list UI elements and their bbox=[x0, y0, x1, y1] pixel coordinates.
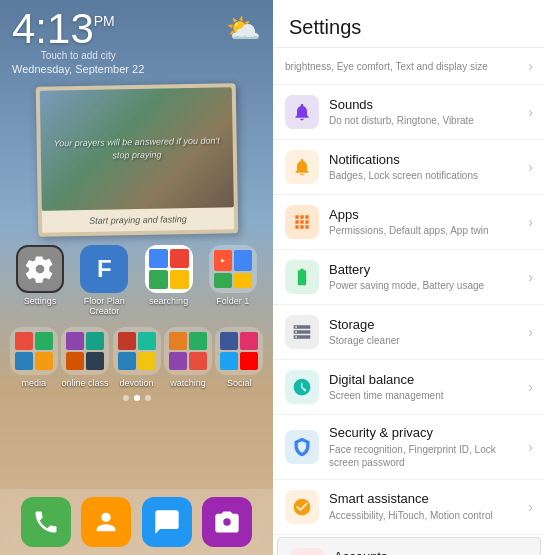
page-dots bbox=[0, 391, 273, 405]
apps-chevron: › bbox=[528, 214, 533, 230]
app-social[interactable]: Social bbox=[214, 327, 265, 389]
smart-assist-subtitle: Accessibility, HiTouch, Motion control bbox=[329, 509, 528, 522]
battery-text: Battery Power saving mode, Battery usage bbox=[329, 262, 528, 293]
settings-list: Sounds Do not disturb, Ringtone, Vibrate… bbox=[273, 85, 545, 555]
app-settings[interactable]: Settings bbox=[11, 245, 69, 318]
sounds-icon bbox=[285, 95, 319, 129]
weather-icon: ⛅ bbox=[226, 12, 261, 45]
floorplan-app-label: Floor Plan Creator bbox=[75, 296, 133, 318]
devotion-label: devotion bbox=[120, 378, 154, 389]
settings-panel: Settings brightness, Eye comfort, Text a… bbox=[273, 0, 545, 555]
social-icon[interactable] bbox=[215, 327, 263, 375]
clock: 4:13PM bbox=[12, 8, 144, 50]
settings-item-accounts[interactable]: Accounts Accounts › bbox=[277, 537, 541, 555]
settings-item-storage[interactable]: Storage Storage cleaner › bbox=[273, 305, 545, 360]
settings-item-security[interactable]: Security & privacy Face recognition, Fin… bbox=[273, 415, 545, 480]
polaroid-widget: Your prayers will be answered if you don… bbox=[12, 85, 261, 235]
sounds-chevron: › bbox=[528, 104, 533, 120]
notifications-icon bbox=[292, 157, 312, 177]
app-online-class[interactable]: online class bbox=[59, 327, 110, 389]
apps-icon-bg bbox=[285, 205, 319, 239]
dock-contacts[interactable] bbox=[81, 497, 131, 547]
dock-phone[interactable] bbox=[21, 497, 71, 547]
phone-icon bbox=[32, 508, 60, 536]
folder1-app-label: Folder 1 bbox=[216, 296, 249, 307]
date-label: Wednesday, September 22 bbox=[12, 63, 144, 75]
dot-2 bbox=[134, 395, 140, 401]
dock-messages[interactable] bbox=[142, 497, 192, 547]
digital-balance-chevron: › bbox=[528, 379, 533, 395]
settings-item-smart-assist[interactable]: Smart assistance Accessibility, HiTouch,… bbox=[273, 480, 545, 535]
polaroid-caption: Start praying and fasting bbox=[41, 207, 233, 232]
display-text: brightness, Eye comfort, Text and displa… bbox=[285, 59, 528, 73]
storage-icon-bg bbox=[285, 315, 319, 349]
battery-chevron: › bbox=[528, 269, 533, 285]
notifications-title: Notifications bbox=[329, 152, 528, 169]
sounds-title: Sounds bbox=[329, 97, 528, 114]
home-screen: 4:13PM Touch to add city Wednesday, Sept… bbox=[0, 0, 273, 555]
floorplan-app-icon[interactable]: F bbox=[80, 245, 128, 293]
settings-item-notifications[interactable]: Notifications Badges, Lock screen notifi… bbox=[273, 140, 545, 195]
dot-3 bbox=[145, 395, 151, 401]
settings-item-battery[interactable]: Battery Power saving mode, Battery usage… bbox=[273, 250, 545, 305]
storage-text: Storage Storage cleaner bbox=[329, 317, 528, 348]
app-searching[interactable]: searching bbox=[140, 245, 198, 318]
digital-balance-subtitle: Screen time management bbox=[329, 389, 528, 402]
display-subtitle: brightness, Eye comfort, Text and displa… bbox=[285, 60, 528, 73]
media-icon[interactable] bbox=[10, 327, 58, 375]
messages-icon bbox=[153, 508, 181, 536]
security-chevron: › bbox=[528, 439, 533, 455]
time-value: 4:13 bbox=[12, 5, 94, 52]
online-class-icon[interactable] bbox=[61, 327, 109, 375]
digital-balance-title: Digital balance bbox=[329, 372, 528, 389]
digital-balance-icon-bg bbox=[285, 370, 319, 404]
accounts-icon-bg bbox=[290, 548, 324, 555]
security-icon-bg bbox=[285, 430, 319, 464]
security-text: Security & privacy Face recognition, Fin… bbox=[329, 425, 528, 469]
storage-chevron: › bbox=[528, 324, 533, 340]
notifications-text: Notifications Badges, Lock screen notifi… bbox=[329, 152, 528, 183]
smart-assist-title: Smart assistance bbox=[329, 491, 528, 508]
smart-assist-chevron: › bbox=[528, 499, 533, 515]
settings-item-digital-balance[interactable]: Digital balance Screen time management › bbox=[273, 360, 545, 415]
app-folder1[interactable]: ▶ Folder 1 bbox=[204, 245, 262, 318]
dock-camera[interactable] bbox=[202, 497, 252, 547]
devotion-icon[interactable] bbox=[113, 327, 161, 375]
bell-icon bbox=[292, 102, 312, 122]
accounts-title: Accounts bbox=[334, 549, 523, 555]
app-watching[interactable]: watching bbox=[162, 327, 213, 389]
smart-assist-icon-bg bbox=[285, 490, 319, 524]
battery-subtitle: Power saving mode, Battery usage bbox=[329, 279, 528, 292]
digital-balance-text: Digital balance Screen time management bbox=[329, 372, 528, 403]
battery-icon bbox=[292, 267, 312, 287]
app-devotion[interactable]: devotion bbox=[111, 327, 162, 389]
searching-app-label: searching bbox=[149, 296, 188, 307]
searching-app-icon[interactable] bbox=[145, 245, 193, 293]
app-row-2: media online class bbox=[0, 325, 273, 391]
app-row-1: Settings F Floor Plan Creator searching bbox=[0, 241, 273, 322]
storage-subtitle: Storage cleaner bbox=[329, 334, 528, 347]
settings-item-apps[interactable]: Apps Permissions, Default apps, App twin… bbox=[273, 195, 545, 250]
folder-app-icon[interactable]: ▶ bbox=[209, 245, 257, 293]
polaroid-verse: Your prayers will be answered if you don… bbox=[40, 131, 233, 168]
settings-item-sounds[interactable]: Sounds Do not disturb, Ringtone, Vibrate… bbox=[273, 85, 545, 140]
chevron-icon: › bbox=[528, 58, 533, 74]
notifications-icon-bg bbox=[285, 150, 319, 184]
security-title: Security & privacy bbox=[329, 425, 528, 442]
watching-icon[interactable] bbox=[164, 327, 212, 375]
app-floorplan[interactable]: F Floor Plan Creator bbox=[75, 245, 133, 318]
storage-title: Storage bbox=[329, 317, 528, 334]
app-media[interactable]: media bbox=[8, 327, 59, 389]
battery-icon-bg bbox=[285, 260, 319, 294]
security-subtitle: Face recognition, Fingerprint ID, Lock s… bbox=[329, 443, 528, 469]
settings-app-icon[interactable] bbox=[16, 245, 64, 293]
apps-text: Apps Permissions, Default apps, App twin bbox=[329, 207, 528, 238]
dock bbox=[0, 489, 273, 555]
accounts-text: Accounts Accounts bbox=[334, 549, 523, 555]
apps-icon bbox=[292, 212, 312, 232]
smart-assist-icon bbox=[292, 497, 312, 517]
shield-icon bbox=[292, 437, 312, 457]
settings-item-display[interactable]: brightness, Eye comfort, Text and displa… bbox=[273, 48, 545, 85]
dot-1 bbox=[123, 395, 129, 401]
battery-title: Battery bbox=[329, 262, 528, 279]
